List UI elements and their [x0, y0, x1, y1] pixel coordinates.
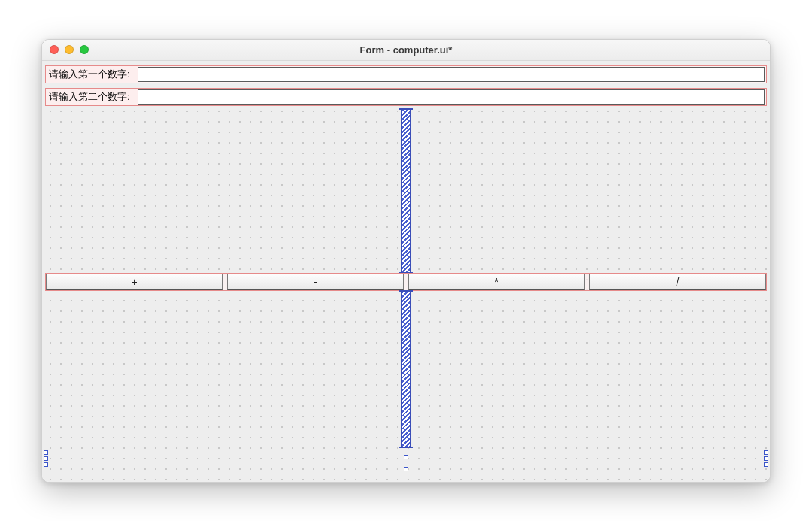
selection-handle[interactable] [764, 450, 768, 455]
operator-button-row: + - * / [45, 273, 767, 291]
window: Form - computer.ui* 请输入第一个数字: 请输入第二个数字: … [41, 39, 771, 483]
window-title: Form - computer.ui* [42, 44, 770, 56]
vertical-spacer-top[interactable] [401, 109, 411, 273]
multiply-button[interactable]: * [408, 274, 585, 290]
first-number-row: 请输入第一个数字: [45, 65, 767, 83]
selection-handle[interactable] [44, 450, 48, 455]
form-designer-canvas[interactable]: 请输入第一个数字: 请输入第二个数字: + - * / [42, 61, 770, 482]
subtract-button[interactable]: - [227, 274, 404, 290]
traffic-lights [50, 45, 89, 54]
selection-handle[interactable] [404, 467, 408, 471]
selection-handle[interactable] [764, 462, 768, 467]
vertical-spacer-bottom[interactable] [401, 291, 411, 447]
minimize-icon[interactable] [65, 45, 74, 54]
divide-button[interactable]: / [589, 274, 766, 290]
second-number-row: 请输入第二个数字: [45, 88, 767, 106]
add-button[interactable]: + [46, 274, 223, 290]
first-number-label: 请输入第一个数字: [46, 66, 138, 83]
selection-handle[interactable] [764, 456, 768, 461]
zoom-icon[interactable] [80, 45, 89, 54]
second-number-label: 请输入第二个数字: [46, 89, 138, 105]
selection-handle[interactable] [44, 462, 48, 467]
selection-handle[interactable] [404, 455, 408, 459]
close-icon[interactable] [50, 45, 59, 54]
second-number-input[interactable] [138, 89, 765, 105]
selection-handle[interactable] [44, 456, 48, 461]
first-number-input[interactable] [138, 67, 765, 82]
titlebar: Form - computer.ui* [42, 40, 770, 61]
